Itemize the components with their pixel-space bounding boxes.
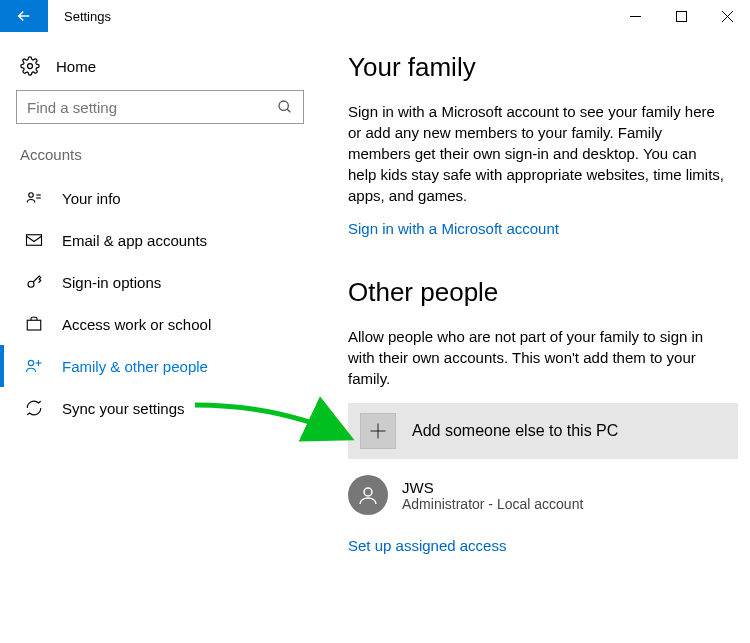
avatar <box>348 475 388 515</box>
sidebar-item-sync[interactable]: Sync your settings <box>0 387 320 429</box>
maximize-button[interactable] <box>658 0 704 32</box>
svg-rect-8 <box>27 235 42 246</box>
sign-in-link[interactable]: Sign in with a Microsoft account <box>348 220 559 237</box>
sidebar-item-your-info[interactable]: Your info <box>0 177 320 219</box>
search-icon <box>277 99 293 115</box>
search-input[interactable] <box>27 99 277 116</box>
family-description: Sign in with a Microsoft account to see … <box>348 101 728 206</box>
briefcase-icon <box>24 315 44 333</box>
main-content: Your family Sign in with a Microsoft acc… <box>320 32 750 643</box>
mail-icon <box>24 231 44 249</box>
people-icon <box>24 357 44 375</box>
user-entry[interactable]: JWS Administrator - Local account <box>348 475 740 515</box>
user-name: JWS <box>402 479 583 496</box>
sidebar-item-label: Family & other people <box>62 358 208 375</box>
search-box[interactable] <box>16 90 304 124</box>
svg-point-16 <box>364 488 372 496</box>
sidebar-item-work[interactable]: Access work or school <box>0 303 320 345</box>
sidebar-item-label: Sync your settings <box>62 400 185 417</box>
other-description: Allow people who are not part of your fa… <box>348 326 728 389</box>
add-user-label: Add someone else to this PC <box>412 422 618 440</box>
maximize-icon <box>676 11 687 22</box>
assigned-access-link[interactable]: Set up assigned access <box>348 537 506 554</box>
svg-rect-0 <box>630 16 641 17</box>
window-title: Settings <box>48 0 127 32</box>
sidebar-item-family[interactable]: Family & other people <box>0 345 320 387</box>
svg-point-2 <box>28 64 33 69</box>
gear-icon <box>20 56 40 76</box>
sidebar-item-email[interactable]: Email & app accounts <box>0 219 320 261</box>
user-subtitle: Administrator - Local account <box>402 496 583 512</box>
person-icon <box>356 483 380 507</box>
category-label: Accounts <box>0 146 320 177</box>
sidebar-item-label: Access work or school <box>62 316 211 333</box>
plus-icon <box>360 413 396 449</box>
arrow-left-icon <box>15 7 33 25</box>
svg-rect-1 <box>676 11 686 21</box>
sync-icon <box>24 399 44 417</box>
add-user-button[interactable]: Add someone else to this PC <box>348 403 738 459</box>
svg-point-5 <box>29 193 34 198</box>
svg-line-4 <box>287 109 290 112</box>
sidebar-item-label: Email & app accounts <box>62 232 207 249</box>
svg-rect-10 <box>27 320 41 330</box>
home-button[interactable]: Home <box>0 48 320 90</box>
home-label: Home <box>56 58 96 75</box>
minimize-icon <box>630 11 641 22</box>
person-card-icon <box>24 189 44 207</box>
close-button[interactable] <box>704 0 750 32</box>
svg-point-9 <box>28 281 34 287</box>
sidebar-item-label: Sign-in options <box>62 274 161 291</box>
svg-point-3 <box>279 101 288 110</box>
section-title-other: Other people <box>348 277 740 308</box>
sidebar-item-signin[interactable]: Sign-in options <box>0 261 320 303</box>
sidebar: Home Accounts Your info Email & app acco… <box>0 32 320 643</box>
minimize-button[interactable] <box>612 0 658 32</box>
svg-point-11 <box>28 360 33 365</box>
close-icon <box>722 11 733 22</box>
titlebar: Settings <box>0 0 750 32</box>
back-button[interactable] <box>0 0 48 32</box>
section-title-family: Your family <box>348 52 740 83</box>
key-icon <box>24 273 44 291</box>
sidebar-item-label: Your info <box>62 190 121 207</box>
